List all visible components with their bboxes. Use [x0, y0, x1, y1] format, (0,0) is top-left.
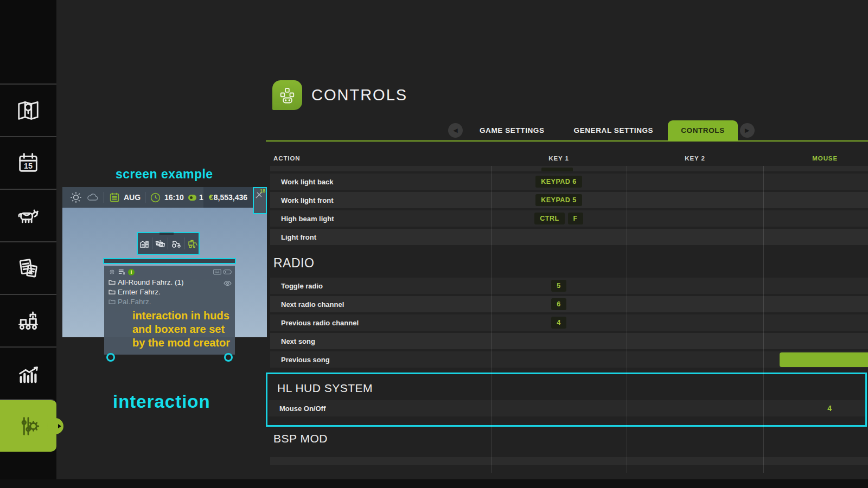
- folder-icon: [108, 279, 116, 285]
- tab-game-settings[interactable]: GAME SETTINGS: [465, 120, 559, 140]
- key-badge[interactable]: CTRL: [534, 213, 564, 225]
- money-value: 8,553,436: [214, 193, 247, 202]
- sidebar-item-calendar[interactable]: 15: [0, 136, 56, 189]
- vehicle-list-label: Pal.Fahrz.: [118, 298, 151, 306]
- gamepad-icon: [223, 269, 232, 275]
- table-row[interactable]: Work light frontKEYPAD 5: [270, 192, 868, 208]
- inset-hud-iconbar: [137, 232, 200, 255]
- column-header-key1: KEY 1: [491, 155, 627, 162]
- table-row[interactable]: Next radio channel6: [270, 296, 868, 312]
- column-header-action: ACTION: [273, 155, 300, 162]
- mouse-cell: [763, 351, 868, 368]
- tab-underline: [266, 140, 868, 142]
- annotation-screen-example: screen example: [116, 167, 213, 182]
- key-badge[interactable]: 5: [551, 280, 566, 292]
- partial-row-top: [270, 166, 868, 171]
- page-title: CONTROLS: [311, 86, 407, 104]
- mouse-cell: [763, 192, 868, 208]
- mouse-cell: [763, 278, 868, 294]
- table-row[interactable]: Light front: [270, 229, 868, 245]
- tab-general-settings[interactable]: GENERAL SETTINGS: [559, 120, 668, 140]
- mouse-binding-bar[interactable]: [780, 352, 868, 367]
- inset-corner-highlight: 18: [253, 187, 267, 214]
- key-badge[interactable]: KEYPAD 6: [535, 176, 582, 188]
- sidebar-item-animals[interactable]: [0, 189, 56, 241]
- key-badge[interactable]: F: [568, 213, 583, 225]
- key1-cell: CTRLF: [491, 213, 627, 225]
- table-row[interactable]: Previous radio channel4: [270, 314, 868, 331]
- vehicle-list-item: Pal.Fahrz.: [108, 297, 231, 306]
- action-label: Work light back: [270, 178, 491, 186]
- panel-titlebar-highlight: [103, 258, 236, 264]
- annotation-interaction: interaction: [113, 391, 210, 412]
- production-icon: [16, 309, 41, 333]
- mouse-cell: [763, 333, 868, 349]
- table-row[interactable]: Mouse On/Off4: [269, 400, 865, 416]
- inset-screenshot: AUG 16:10 1 €8,553,436 18: [62, 187, 267, 337]
- mouse-cell: [763, 229, 868, 245]
- column-header-key2: KEY 2: [627, 155, 763, 162]
- inset-sky: i All-Round Fahrz. (1)Ernter Fahrz.Pal.F…: [62, 208, 267, 337]
- section-title: BSP MOD: [270, 431, 868, 447]
- keyboard-icon: [213, 269, 221, 275]
- info-icon: i: [128, 269, 135, 275]
- active-item-arrow-icon: [58, 424, 61, 428]
- key-badge[interactable]: 4: [551, 317, 566, 329]
- inset-time: 16:10: [164, 193, 184, 202]
- vehicle-list-label: All-Round Fahrz. (1): [118, 278, 184, 286]
- cloud-icon: [86, 192, 99, 202]
- panel-body: i All-Round Fahrz. (1)Ernter Fahrz.Pal.F…: [104, 266, 235, 355]
- map-icon: [16, 98, 41, 123]
- sidebar-spacer: [0, 0, 56, 84]
- tractor-icon: [171, 238, 182, 249]
- key-badge[interactable]: 6: [551, 298, 566, 311]
- action-label: High beam light: [270, 215, 491, 223]
- list-icon: [118, 268, 126, 275]
- settings-icon: [16, 414, 41, 439]
- table-row[interactable]: High beam lightCTRLF: [270, 210, 868, 227]
- corner-badge: 18: [260, 188, 265, 194]
- tab-list: GAME SETTINGSGENERAL SETTINGSCONTROLS: [465, 120, 738, 140]
- sidebar-item-production[interactable]: [0, 294, 56, 346]
- sidebar-item-settings[interactable]: [0, 399, 56, 452]
- next-tab-arrow-icon[interactable]: ▶: [740, 123, 755, 138]
- table-row[interactable]: Work light backKEYPAD 6: [270, 174, 868, 190]
- partial-row-bottom: [270, 457, 868, 465]
- controls-icon: [272, 80, 302, 110]
- resize-handle-left: [106, 353, 115, 362]
- tab-controls[interactable]: CONTROLS: [668, 120, 738, 140]
- bottom-strip: [0, 479, 868, 488]
- inset-day-pill: [188, 195, 196, 201]
- hud-note-line: and boxen are set: [132, 323, 230, 336]
- mouse-cell: [763, 174, 868, 190]
- panel-toolbar-right: [213, 269, 232, 275]
- buildings-icon: [139, 238, 150, 249]
- action-label: Toggle radio: [270, 282, 491, 290]
- vehicle-list-item: All-Round Fahrz. (1): [108, 277, 231, 287]
- clock-icon: [150, 192, 161, 203]
- table-row[interactable]: Toggle radio5: [270, 278, 868, 294]
- panel-vehicle-list: All-Round Fahrz. (1)Ernter Fahrz.Pal.Fah…: [108, 277, 231, 306]
- table-row[interactable]: Previous song: [270, 351, 868, 368]
- inset-calendar-icon: [108, 191, 120, 203]
- folder-icon: [108, 289, 116, 294]
- table-row[interactable]: Next song: [270, 333, 868, 349]
- mouse-cell: [763, 314, 868, 331]
- key1-cell: 5: [491, 280, 627, 292]
- action-label: Previous radio channel: [270, 319, 491, 327]
- sidebar-item-map[interactable]: [0, 84, 56, 136]
- key1-cell: 6: [491, 298, 627, 311]
- key1-cell: 4: [491, 317, 627, 329]
- resize-handle-right: [224, 353, 233, 362]
- action-label: Mouse On/Off: [269, 404, 489, 413]
- bar-chart-icon: [16, 361, 41, 386]
- key-badge[interactable]: KEYPAD 5: [535, 194, 582, 207]
- action-label: Next radio channel: [270, 300, 491, 309]
- sidebar-item-statistics[interactable]: [0, 346, 56, 399]
- prev-tab-arrow-icon[interactable]: ◀: [448, 123, 463, 138]
- money-icon: [155, 238, 165, 249]
- action-label: Work light front: [270, 196, 491, 204]
- inset-hud-panel: i All-Round Fahrz. (1)Ernter Fahrz.Pal.F…: [103, 258, 236, 358]
- key1-cell: KEYPAD 6: [491, 176, 627, 188]
- sidebar-item-finances[interactable]: [0, 241, 56, 294]
